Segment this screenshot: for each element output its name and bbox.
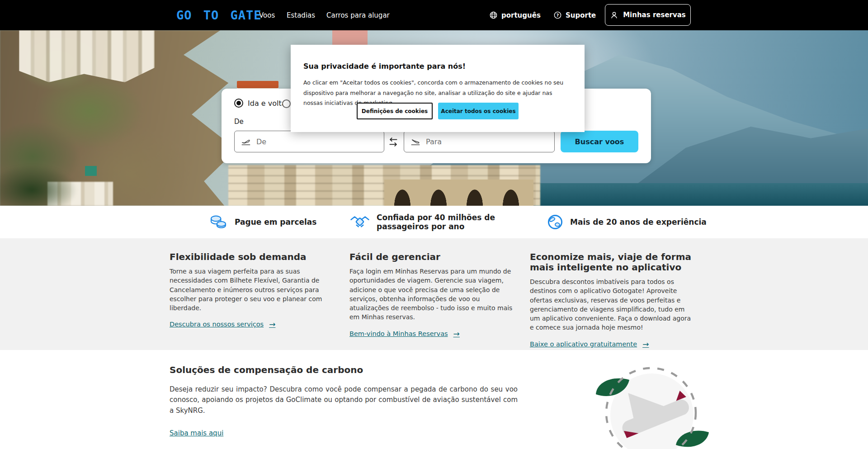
column-easy-manage: Fácil de gerenciar Faça login em Minhas … (349, 252, 515, 338)
feature-experience: Mais de 20 anos de experiência (547, 206, 707, 238)
info-columns-section: Flexibilidade sob demanda Torne a sua vi… (0, 238, 868, 350)
plane-takeoff-icon (241, 137, 251, 147)
search-flights-button[interactable]: Buscar voos (561, 131, 638, 152)
arrow-right-icon: → (269, 320, 275, 329)
feature-label: Pague em parcelas (235, 217, 316, 227)
column-title: Economize mais, viaje de forma mais inte… (530, 252, 695, 273)
svg-text:?: ? (557, 13, 559, 18)
column-body: Faça login em Minhas Reservas para um mu… (349, 267, 515, 322)
top-navigation-bar: GO TO GATE Voos Estadias Carros para alu… (0, 0, 868, 30)
feature-label: Confiada por 40 milhões de passageiros p… (377, 213, 518, 232)
gotogate-logo[interactable]: GO TO GATE (176, 0, 262, 30)
accept-all-cookies-button[interactable]: Aceitar todos os cookies (438, 103, 519, 119)
my-bookings-button[interactable]: Minhas reservas (605, 4, 691, 26)
hero-village-top (19, 30, 155, 82)
cookie-dialog-buttons: Definições de cookies Aceitar todos os c… (291, 103, 585, 119)
nav-item-estadias[interactable]: Estadias (287, 0, 315, 30)
carbon-title: Soluções de compensação de carbono (170, 364, 518, 375)
trip-type-one-way-radio[interactable] (282, 99, 291, 108)
column-title: Flexibilidade sob demanda (170, 252, 335, 262)
nav-item-carros-para-alugar[interactable]: Carros para alugar (326, 0, 390, 30)
from-field-label: De (234, 118, 244, 126)
language-label: português (501, 11, 541, 19)
discover-services-link[interactable]: Descubra os nossos serviços → (170, 320, 275, 329)
hero-green-kiosk (85, 166, 97, 176)
coins-icon (209, 215, 227, 229)
download-app-link[interactable]: Baixe o aplicativo gratuitamente → (530, 340, 649, 349)
cookie-settings-button[interactable]: Definições de cookies (357, 103, 433, 119)
feature-trusted: Confiada por 40 milhões de passageiros p… (350, 206, 518, 238)
learn-more-link[interactable]: Saiba mais aqui (170, 429, 223, 437)
support-link[interactable]: ? Suporte (553, 0, 596, 30)
column-body: Descubra descontos imbatíveis para todos… (530, 277, 695, 332)
destination-text-field[interactable] (426, 137, 548, 146)
feature-highlights-row: Pague em parcelas Confiada por 40 milhõe… (0, 206, 868, 238)
cookie-dialog-title: Sua privacidade é importante para nós! (303, 62, 572, 71)
column-body: Torne a sua viagem perfeita para as suas… (170, 267, 335, 312)
carbon-body: Deseja reduzir seu impacto? Descubra com… (170, 384, 518, 416)
link-label: Saiba mais aqui (170, 429, 223, 437)
swap-origin-destination-icon[interactable] (386, 134, 401, 150)
handshake-icon (350, 215, 369, 229)
carbon-illustration (583, 366, 719, 449)
hero-viaduct-arches (384, 180, 533, 206)
my-bookings-label: Minhas reservas (623, 11, 686, 19)
language-selector[interactable]: português (489, 0, 541, 30)
globe-icon (547, 214, 563, 230)
origin-text-field[interactable] (256, 137, 377, 146)
link-label: Bem-vindo à Minhas Reservas (349, 330, 448, 337)
radio-selected-icon (234, 99, 243, 108)
column-app: Economize mais, viaje de forma mais inte… (530, 252, 695, 349)
trip-type-round-trip[interactable]: Ida e volta (234, 99, 286, 108)
globe-icon (489, 11, 498, 19)
destination-input[interactable] (404, 131, 555, 152)
link-label: Descubra os nossos serviços (170, 321, 264, 328)
cookie-consent-dialog: Sua privacidade é importante para nós! A… (291, 45, 585, 132)
origin-input[interactable] (234, 131, 384, 152)
column-flexibility: Flexibilidade sob demanda Torne a sua vi… (170, 252, 335, 329)
arrow-right-icon: → (453, 329, 460, 338)
hero-orange-roof (237, 81, 278, 88)
hero-shrub (0, 165, 77, 206)
feature-label: Mais de 20 anos de experiência (570, 217, 707, 227)
my-bookings-welcome-link[interactable]: Bem-vindo à Minhas Reservas → (349, 329, 460, 338)
person-icon (610, 11, 618, 19)
arrow-right-icon: → (642, 340, 649, 349)
carbon-offset-section: Soluções de compensação de carbono Desej… (170, 350, 518, 437)
nav-item-voos[interactable]: Voos (259, 0, 275, 30)
link-label: Baixe o aplicativo gratuitamente (530, 340, 637, 348)
support-label: Suporte (566, 11, 596, 19)
column-title: Fácil de gerenciar (349, 252, 515, 262)
plane-landing-icon (410, 137, 420, 147)
help-icon: ? (553, 11, 562, 19)
trip-type-label: Ida e volta (248, 99, 286, 108)
feature-installments: Pague em parcelas (209, 206, 316, 238)
